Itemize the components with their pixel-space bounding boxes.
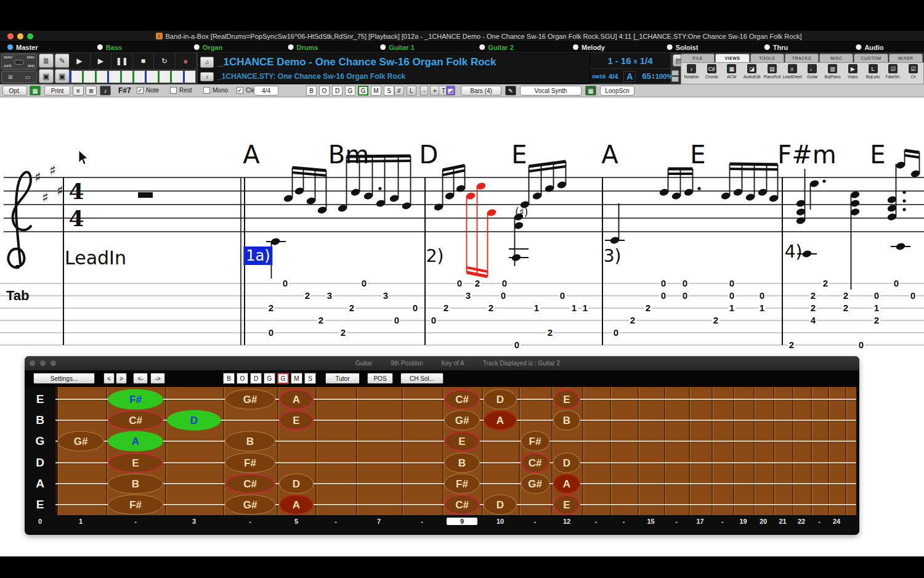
audio-format-box[interactable]: WAV/ M4A AIFF MID <box>1 54 37 70</box>
fret-note-d-s4-f5[interactable]: D <box>279 474 314 494</box>
fret-note-e-s5-f12[interactable]: E <box>553 495 580 515</box>
tab-fret-number[interactable]: 1 <box>533 303 540 313</box>
tab-fret-number[interactable]: 1 <box>873 303 880 313</box>
fret-note-d-s3-f12[interactable]: D <box>553 453 580 473</box>
tab-fret-number[interactable]: 0 <box>857 340 865 350</box>
loop-range-display[interactable]: 1 - 16 x 1/4 <box>590 53 670 68</box>
chord-symbol[interactable]: E <box>690 140 705 169</box>
tab-fret-number[interactable]: 0 <box>393 315 400 325</box>
track-dot-icon[interactable] <box>380 44 386 50</box>
timesig-label[interactable]: 4/4 <box>609 73 618 80</box>
fret-label-12[interactable]: 12 <box>563 518 570 525</box>
tab-fret-number[interactable]: 2 <box>788 340 795 350</box>
tab-fret-number[interactable]: 2 <box>339 328 347 338</box>
chord-symbol[interactable]: A <box>601 140 618 169</box>
tab-fret-number[interactable]: 0 <box>513 340 521 350</box>
fret-note-gs-s0-f4[interactable]: G# <box>225 389 275 410</box>
fret-label-3[interactable]: 3 <box>192 518 196 525</box>
fretboard[interactable]: F#G#AC#DEC#DEG#ABG#ABEF#EF#BC#DBC#DF#G#A… <box>55 387 856 515</box>
section-marker[interactable]: 4) <box>785 242 803 262</box>
fret-note-gs-s2-f1[interactable]: G# <box>57 431 104 452</box>
tab-fret-number[interactable]: 0 <box>893 279 900 288</box>
checkbox-note[interactable]: ✓Note <box>137 87 159 94</box>
fret-note-fs-s2-f11[interactable]: F# <box>521 431 549 452</box>
fb-tutor-button[interactable]: Tutor <box>325 373 360 384</box>
view-button-audioedit[interactable]: ◪AudioEdit <box>742 63 762 79</box>
track-thru[interactable]: Thru <box>764 42 788 52</box>
ribbon-tab-file[interactable]: FILE <box>681 54 715 62</box>
fretboard-titlebar[interactable]: Guitar9th PositionKey of ATrack Displaye… <box>25 356 859 370</box>
track-dot-icon[interactable] <box>573 44 578 50</box>
tab-fret-number[interactable]: 0 <box>728 291 736 301</box>
bar-beat-ticker[interactable] <box>69 70 196 83</box>
timesig-box[interactable]: 4/4 <box>254 86 278 96</box>
tab-fret-number[interactable]: 2 <box>317 315 325 325</box>
view-button-leadsheet[interactable]: ♬LeadSheet <box>782 63 803 79</box>
fret-label-20[interactable]: 20 <box>760 518 767 525</box>
view-button-acw[interactable]: ▦ACW <box>722 63 742 79</box>
tab-fret-number[interactable]: 2 <box>348 303 355 313</box>
tab-fret-number[interactable]: 0 <box>909 291 917 301</box>
fb-track-letter-m-5[interactable]: M <box>291 373 302 384</box>
chord-symbol[interactable]: D <box>419 140 439 169</box>
fret-note-b-s1-f12[interactable]: B <box>553 410 580 431</box>
track-audio[interactable]: Audio <box>856 42 883 52</box>
fret-label-1[interactable]: 1 <box>79 518 83 525</box>
fret-label-4[interactable]: - <box>249 518 251 525</box>
view-button-guitar[interactable]: ♩Guitar <box>803 63 823 79</box>
fret-label-2[interactable]: - <box>134 518 137 525</box>
fret-note-a-s4-f12[interactable]: A <box>553 474 580 494</box>
fret-note-e-s1-f5[interactable]: E <box>279 410 314 431</box>
open-song-button[interactable]: ✎ <box>55 54 70 68</box>
ribbon-tab-tools[interactable]: TOOLS <box>750 54 784 62</box>
tab-fret-number[interactable]: 1 <box>758 303 766 313</box>
tab-fret-number[interactable]: 0 <box>282 279 289 288</box>
small-button-1[interactable]: L <box>407 86 416 96</box>
notation-track-letter-o-1[interactable]: O <box>319 86 330 96</box>
tab-fret-number[interactable]: 1 <box>570 303 578 313</box>
fret-label-24[interactable]: 24 <box>833 518 840 525</box>
tab-fret-number[interactable]: 0 <box>500 291 507 301</box>
checkbox-box-icon[interactable] <box>170 87 177 94</box>
small-button-0[interactable]: # <box>394 86 404 96</box>
fret-note-gs-s1-f9[interactable]: G# <box>444 410 480 431</box>
fb-track-letter-o-1[interactable]: O <box>237 373 248 384</box>
song-picker-icon[interactable]: ♫ <box>200 57 214 68</box>
ribbon-tab-views[interactable]: VIEWS <box>715 54 749 62</box>
tempo-spinner[interactable]: ▲▼ <box>652 73 655 79</box>
view-button-biglyric[interactable]: LBigLyric <box>863 63 883 79</box>
track-dot-icon[interactable] <box>194 44 200 50</box>
fret-note-b-s4-f2[interactable]: B <box>108 474 163 494</box>
loopscn-button[interactable]: LoopScn <box>600 86 634 96</box>
tab-fret-number[interactable]: 0 <box>612 328 620 338</box>
fret-label-21[interactable]: 21 <box>779 518 786 525</box>
fret-note-fs-s0-f2[interactable]: F# <box>108 389 163 410</box>
percent-spinner[interactable] <box>671 70 679 82</box>
view-button-video[interactable]: ▶Video <box>843 63 863 79</box>
track-melody[interactable]: Melody <box>573 42 605 52</box>
tab-fret-number[interactable]: 0 <box>873 291 880 301</box>
format-render-button[interactable] <box>14 60 24 65</box>
tab-fret-number[interactable]: 0 <box>758 291 766 301</box>
fret-note-e-s0-f12[interactable]: E <box>553 389 580 410</box>
fret-note-gs-s4-f11[interactable]: G# <box>521 474 549 494</box>
tab-fret-number[interactable]: 2 <box>487 303 495 313</box>
fret-note-a-s1-f10[interactable]: A <box>484 410 517 431</box>
fb-zoom-icon[interactable] <box>51 360 56 366</box>
view-button-notation[interactable]: ♪Notation <box>681 63 702 79</box>
chord-symbol[interactable]: E <box>870 140 885 169</box>
tab-fret-number[interactable]: 2 <box>712 315 719 325</box>
fret-note-e-s2-f9[interactable]: E <box>444 431 480 452</box>
notation-track-letter-m-5[interactable]: M <box>371 86 381 96</box>
fret-note-d-s1-f3[interactable]: D <box>167 410 221 431</box>
section-marker[interactable]: 3) <box>604 246 622 266</box>
key-label[interactable]: A <box>623 71 636 82</box>
fret-note-b-s2-f4[interactable]: B <box>225 431 275 452</box>
tab-fret-number[interactable]: 2 <box>442 303 450 313</box>
track-drums[interactable]: Drums <box>288 42 318 52</box>
tab-fret-number[interactable]: 3 <box>382 291 389 301</box>
list-view-icon[interactable]: ≡ <box>73 86 84 96</box>
fret-note-a-s0-f5[interactable]: A <box>279 389 314 410</box>
vocal-synth-button[interactable]: Vocal Synth <box>520 86 582 96</box>
save-as-button[interactable]: ▣ <box>55 69 70 83</box>
